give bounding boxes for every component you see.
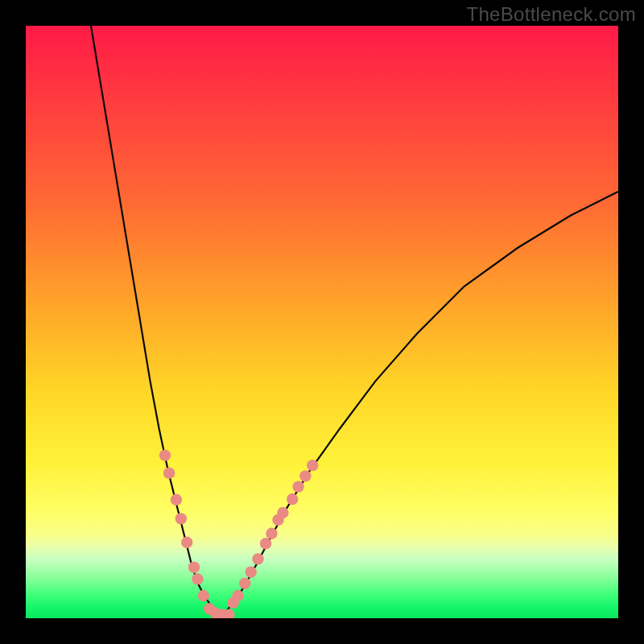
data-marker <box>287 493 298 505</box>
data-marker <box>239 577 250 588</box>
data-marker <box>245 566 256 577</box>
data-marker <box>188 562 200 573</box>
plot-area <box>26 26 618 618</box>
data-marker <box>171 494 182 506</box>
chart-svg <box>26 26 618 618</box>
data-marker <box>252 553 263 564</box>
data-marker <box>292 481 303 492</box>
data-marker <box>266 528 277 539</box>
data-marker <box>175 513 187 524</box>
data-marker <box>307 460 318 471</box>
watermark-text: TheBottleneck.com <box>466 3 636 26</box>
pink-dots-right <box>227 460 318 609</box>
chart-frame: TheBottleneck.com <box>0 0 644 644</box>
data-marker <box>181 537 192 548</box>
left-curve <box>91 26 221 616</box>
right-curve <box>221 192 618 616</box>
pink-dots-left <box>159 449 235 618</box>
data-marker <box>232 590 243 601</box>
data-marker <box>198 590 209 601</box>
data-marker <box>299 470 311 481</box>
data-marker <box>163 467 175 478</box>
data-marker <box>260 538 271 549</box>
data-marker <box>192 573 203 584</box>
data-marker <box>277 507 288 518</box>
data-marker <box>159 449 171 460</box>
